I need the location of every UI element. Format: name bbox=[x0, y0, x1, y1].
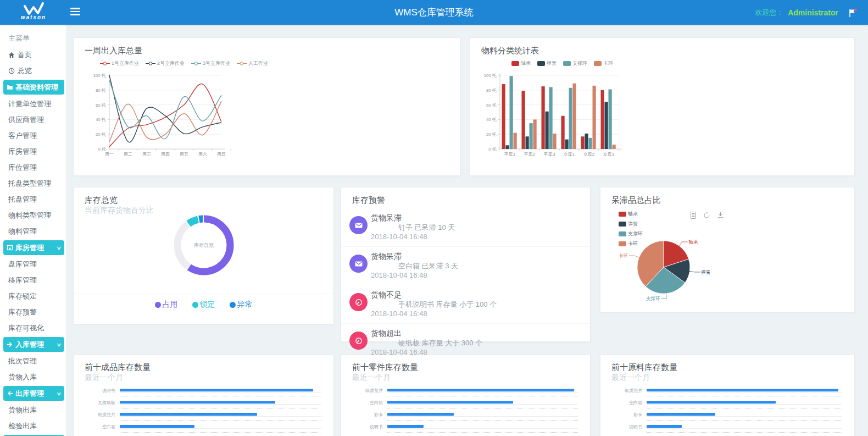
sidebar-item-21[interactable]: 出库管理∨ bbox=[3, 386, 64, 401]
hbar-row-label: 说明书 bbox=[611, 424, 642, 430]
legend-item-3号立库作业[interactable]: 3号立库作业 bbox=[191, 60, 230, 67]
hbar-bar[interactable] bbox=[387, 413, 454, 416]
donut-legend: 占用锁定异常 bbox=[74, 300, 333, 310]
sidebar-item-7[interactable]: 库位管理 bbox=[0, 159, 66, 175]
sidebar-item-4[interactable]: 供应商管理 bbox=[0, 112, 66, 128]
warning-item[interactable]: 货物不足手机说明书 库存量 小于 100 个2018-10-04 16:48 bbox=[341, 285, 590, 324]
hbar-bar[interactable] bbox=[647, 413, 715, 416]
material-bar-chart[interactable]: 0 托20 托40 托60 托80 托100 托平库1平库2平库3立库1立库2立… bbox=[478, 69, 709, 175]
legend-item-轴承[interactable]: 轴承 bbox=[619, 211, 643, 218]
sidebar-item-14[interactable]: 移库管理 bbox=[0, 272, 66, 288]
legend-item-轴承[interactable]: 轴承 bbox=[511, 60, 531, 67]
svg-text:平库3: 平库3 bbox=[544, 152, 555, 157]
hbar-row: 纸质垫片 bbox=[352, 387, 590, 399]
legend-item-弹簧[interactable]: 弹簧 bbox=[537, 60, 557, 67]
sidebar-item-12[interactable]: 库房管理∨ bbox=[3, 240, 64, 255]
warning-item[interactable]: 货物呆滞空白箱 已呆滞 3 天2018-10-04 16:48 bbox=[341, 247, 590, 285]
sidebar-item-13[interactable]: 盘库管理 bbox=[0, 256, 66, 272]
flag-glyph bbox=[848, 8, 858, 18]
raw-materials-hbar-chart[interactable]: 纸质垫片空白箱彩卡说明书 bbox=[611, 387, 854, 435]
hbar-axis-line bbox=[387, 404, 578, 405]
sidebar-item-label: 检验出库 bbox=[8, 418, 37, 434]
svg-text:周日: 周日 bbox=[217, 152, 226, 157]
home-icon bbox=[8, 52, 15, 58]
sidebar-item-0[interactable]: 首页 bbox=[0, 47, 66, 63]
hbar-row-label: 说明书 bbox=[85, 388, 115, 394]
legend-swatch bbox=[619, 212, 626, 217]
svg-text:周一: 周一 bbox=[105, 152, 114, 157]
sidebar-item-2[interactable]: 基础资料管理 bbox=[3, 80, 64, 95]
speedometer-icon bbox=[354, 336, 363, 345]
sidebar-item-23[interactable]: 检验出库 bbox=[0, 418, 66, 434]
sidebar-item-18[interactable]: 入库管理∨ bbox=[3, 337, 64, 352]
hbar-bar[interactable] bbox=[387, 425, 424, 428]
sidebar-item-20[interactable]: 货物入库 bbox=[0, 369, 66, 385]
card-subtitle: 当前库存货物百分比 bbox=[85, 206, 154, 216]
warning-list: 货物呆滞钉子 已呆滞 10 天2018-10-04 16:48货物呆滞空白箱 已… bbox=[341, 208, 590, 362]
line-chart-legend: 1号立库作业2号立库作业3号立库作业人工作业 bbox=[100, 60, 268, 67]
svg-text:20 托: 20 托 bbox=[96, 132, 106, 137]
hbar-bar[interactable] bbox=[120, 425, 194, 428]
hbar-bar[interactable] bbox=[647, 425, 682, 428]
hbar-split-line bbox=[120, 420, 321, 421]
sidebar-item-5[interactable]: 客户管理 bbox=[0, 128, 66, 144]
legend-item-1号立库作业[interactable]: 1号立库作业 bbox=[100, 60, 139, 67]
sidebar-item-10[interactable]: 物料类型管理 bbox=[0, 207, 66, 223]
flag-icon[interactable] bbox=[848, 8, 857, 17]
svg-text:20 托: 20 托 bbox=[486, 132, 497, 137]
svg-text:周三: 周三 bbox=[142, 152, 151, 157]
legend-item-锁定[interactable]: 锁定 bbox=[192, 300, 215, 310]
download-icon[interactable] bbox=[717, 212, 724, 219]
line-marker-icon bbox=[100, 61, 110, 66]
sidebar-item-3[interactable]: 计量单位管理 bbox=[0, 96, 66, 112]
sidebar-item-19[interactable]: 批次管理 bbox=[0, 353, 66, 369]
hbar-bar[interactable] bbox=[120, 413, 257, 416]
data-view-icon[interactable] bbox=[690, 212, 697, 219]
hbar-bar[interactable] bbox=[387, 389, 574, 391]
restore-icon[interactable] bbox=[703, 212, 710, 219]
legend-item-2号立库作业[interactable]: 2号立库作业 bbox=[146, 60, 185, 67]
svg-text:周五: 周五 bbox=[180, 152, 188, 157]
hbar-track bbox=[647, 411, 842, 423]
stagnant-pie-chart[interactable]: 轴承弹簧支撑环卡环 bbox=[620, 231, 768, 313]
sidebar-item-15[interactable]: 库存锁定 bbox=[0, 288, 66, 304]
sidebar-item-22[interactable]: 货物出库 bbox=[0, 402, 66, 418]
hbar-bar[interactable] bbox=[120, 401, 275, 404]
sidebar-item-label: 批次管理 bbox=[8, 353, 37, 369]
legend-item-支撑环[interactable]: 支撑环 bbox=[563, 60, 587, 67]
legend-item-人工作业[interactable]: 人工作业 bbox=[237, 60, 268, 67]
weekly-line-chart[interactable]: 0 托20 托40 托60 托80 托100 托周一周二周三周四周五周六周日 bbox=[82, 69, 313, 175]
sidebar-item-6[interactable]: 库房管理 bbox=[0, 144, 66, 159]
username[interactable]: Administrator bbox=[788, 8, 838, 17]
card-material-category-stats: 物料分类统计表 轴承弹簧支撑环卡环 0 托20 托40 托60 托80 托100… bbox=[470, 37, 855, 176]
hbar-track bbox=[120, 411, 321, 423]
legend-swatch bbox=[511, 61, 519, 66]
legend-swatch bbox=[619, 222, 626, 227]
hbar-axis-line bbox=[647, 392, 842, 393]
hbar-bar[interactable] bbox=[647, 401, 776, 404]
finished-goods-hbar-chart[interactable]: 说明书瓦楞纸板纸质垫片空白箱 bbox=[85, 387, 333, 435]
inventory-donut-chart[interactable]: 库存总览 bbox=[163, 204, 245, 289]
hbar-axis-line bbox=[387, 392, 578, 393]
hbar-bar[interactable] bbox=[387, 401, 513, 404]
warning-item[interactable]: 货物呆滞钉子 已呆滞 10 天2018-10-04 16:48 bbox=[341, 208, 590, 247]
hbar-bar[interactable] bbox=[120, 389, 313, 391]
sidebar-item-1[interactable]: 总览 bbox=[0, 63, 66, 79]
legend-item-弹簧[interactable]: 弹簧 bbox=[619, 220, 643, 228]
svg-text:卡环: 卡环 bbox=[620, 253, 628, 258]
sidebar-item-17[interactable]: 库存可视化 bbox=[0, 320, 66, 336]
legend-item-异常[interactable]: 异常 bbox=[230, 300, 253, 310]
sidebar-item-8[interactable]: 托盘类型管理 bbox=[0, 175, 66, 191]
legend-item-卡环[interactable]: 卡环 bbox=[594, 60, 613, 67]
sidebar-item-9[interactable]: 托盘管理 bbox=[0, 191, 66, 207]
sidebar-item-11[interactable]: 物料管理 bbox=[0, 223, 66, 239]
sidebar-item-16[interactable]: 库存预警 bbox=[0, 304, 66, 320]
legend-item-占用[interactable]: 占用 bbox=[155, 300, 178, 310]
sidebar-section-label: 主菜单 bbox=[0, 29, 66, 47]
hbar-row-label: 空白箱 bbox=[352, 400, 383, 406]
parts-hbar-chart[interactable]: 纸质垫片空白箱彩卡说明书 bbox=[352, 387, 590, 435]
hbar-bar[interactable] bbox=[647, 389, 838, 391]
speedometer-icon bbox=[354, 298, 363, 307]
hbar-track bbox=[647, 399, 842, 411]
svg-text:弹簧: 弹簧 bbox=[701, 269, 711, 275]
